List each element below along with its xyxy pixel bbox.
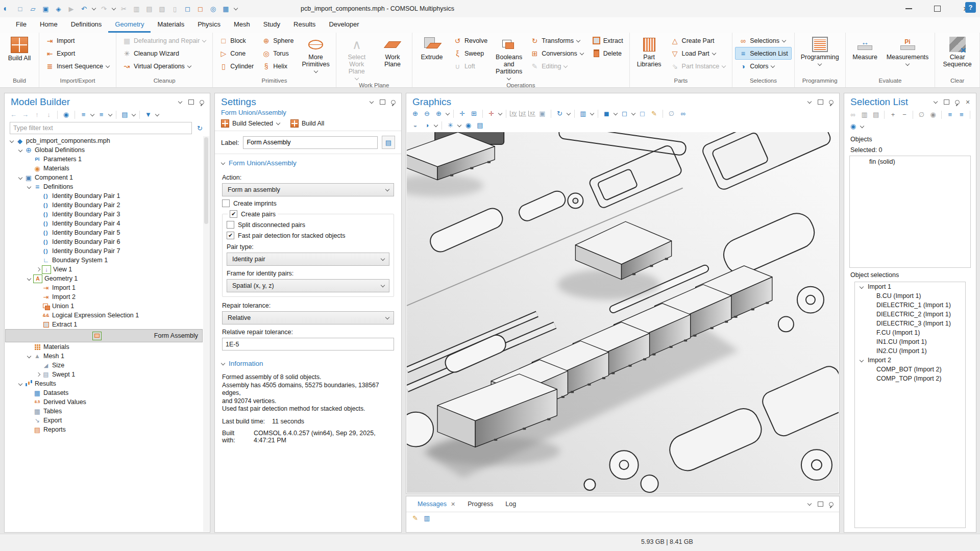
load-part-button[interactable]: ▽Load Part	[667, 47, 730, 60]
tree-item-logical-expression-selection-1[interactable]: Logical Expression Selection 1	[5, 311, 203, 320]
expand-icon[interactable]: ≡	[79, 110, 88, 119]
sl-paste-icon[interactable]: ▤	[871, 110, 880, 119]
cut-icon[interactable]: ✂	[119, 4, 129, 14]
link-icon[interactable]: ∞	[848, 110, 857, 119]
float-panel-icon[interactable]	[379, 99, 385, 105]
chevron-down-icon[interactable]	[457, 123, 461, 128]
part-instance-button[interactable]: ⇘Part Instance	[667, 60, 730, 72]
save-icon[interactable]: ▣	[41, 4, 51, 14]
move-up-icon[interactable]: ↑	[32, 110, 42, 119]
menu-tab-home[interactable]: Home	[33, 17, 64, 33]
tree-twisty-icon[interactable]	[27, 276, 32, 282]
build-all-button[interactable]: Build All	[3, 34, 36, 77]
view-xy-icon[interactable]: xy	[510, 111, 517, 116]
loft-button[interactable]: ∪Loft	[450, 60, 491, 72]
block-button[interactable]: □Block	[215, 34, 257, 47]
open-icon[interactable]: ▱	[28, 4, 38, 14]
tree-item-dielectric-2-import-1-[interactable]: DIELECTRIC_2 (Import 1)	[855, 310, 965, 319]
chevron-down-icon[interactable]	[112, 7, 116, 11]
scene-light-icon[interactable]: ✳	[446, 120, 455, 130]
clear-message-icon[interactable]: ✎	[410, 513, 420, 523]
select-work-plane-button[interactable]: ∧Select Work Plane	[339, 34, 375, 81]
tree-item-derived-values[interactable]: Derived Values	[5, 397, 203, 407]
create-imprints-checkbox[interactable]: Create imprints	[222, 199, 394, 207]
tree-item-comp-bot-import-2-[interactable]: COMP_BOT (Import 2)	[855, 365, 965, 374]
tree-item-identity-boundary-pair-5[interactable]: Identity Boundary Pair 5	[5, 228, 203, 237]
collapse-panel-icon[interactable]	[933, 99, 939, 105]
menu-tab-mesh[interactable]: Mesh	[227, 17, 257, 33]
snapshot-icon[interactable]: ◉	[463, 120, 473, 130]
tree-item-boundary-system-1[interactable]: Boundary System 1	[5, 256, 203, 265]
tree-item-identity-boundary-pair-6[interactable]: Identity Boundary Pair 6	[5, 237, 203, 246]
tree-item-dielectric-1-import-1-[interactable]: DIELECTRIC_1 (Import 1)	[855, 300, 965, 310]
float-panel-icon[interactable]	[817, 501, 823, 507]
model-tree-icon[interactable]: ▤	[120, 110, 130, 119]
msg-window-icon[interactable]: ▥	[422, 513, 432, 523]
tree-item-swept-1[interactable]: Swept 1	[5, 370, 203, 379]
axis-icon[interactable]: ✛	[486, 109, 496, 118]
menu-tab-file[interactable]: File	[9, 17, 33, 33]
graphics-canvas[interactable]	[407, 132, 839, 493]
forward-icon[interactable]: →	[20, 110, 30, 119]
build-selected-chevron-icon[interactable]	[276, 121, 280, 126]
sphere-button[interactable]: ⊕Sphere	[258, 34, 297, 47]
more-primitives-button[interactable]: More Primitives	[298, 34, 333, 77]
fast-pair-detection-checkbox[interactable]: Fast pair detection for stacked objects	[227, 232, 389, 239]
chevron-down-icon[interactable]	[234, 7, 238, 11]
tree-twisty-icon[interactable]	[18, 381, 23, 387]
select-brush-icon[interactable]: ✎	[649, 109, 659, 118]
help-button[interactable]: ?	[965, 2, 976, 13]
select-frame-icon[interactable]: ◻	[183, 4, 192, 14]
collapse-panel-icon[interactable]	[369, 99, 375, 105]
pair-type-select[interactable]: Identity pair	[227, 253, 389, 266]
tab-messages[interactable]: Messages✕	[411, 496, 461, 512]
extrude-button[interactable]: Extrude	[415, 34, 449, 81]
back-icon[interactable]: ←	[9, 110, 18, 119]
tree-item-identity-boundary-pair-4[interactable]: Identity Boundary Pair 4	[5, 219, 203, 228]
tree-item-reports[interactable]: Reports	[5, 425, 203, 434]
tree-item-size[interactable]: Size	[5, 361, 203, 370]
redo-icon[interactable]: ↷	[99, 4, 109, 14]
chevron-down-icon[interactable]	[631, 112, 635, 116]
zoom-out-icon[interactable]: ⊖	[422, 109, 432, 118]
repair-tolerance-select[interactable]: Relative	[222, 311, 394, 324]
float-panel-icon[interactable]	[817, 99, 823, 105]
action-select[interactable]: Form an assembly	[222, 183, 394, 196]
tree-item-datasets[interactable]: Datasets	[5, 388, 203, 397]
print-icon[interactable]: ▤	[475, 120, 485, 130]
menu-tab-developer[interactable]: Developer	[322, 17, 365, 33]
selection-list-button[interactable]: ≡Selection List	[735, 47, 791, 60]
tree-item-import-2[interactable]: Import 2	[855, 356, 965, 365]
tree-item-parameters-1[interactable]: Parameters 1	[5, 155, 203, 164]
view-xz-icon[interactable]: xz	[528, 111, 535, 116]
chevron-down-icon[interactable]	[132, 113, 136, 117]
model-builder-scrollbar[interactable]	[203, 136, 209, 532]
tree-item-in1-cu-import-1-[interactable]: IN1.CU (Import 1)	[855, 337, 965, 346]
clear-sequence-button[interactable]: Clear Sequence	[938, 34, 977, 77]
tree-item-tables[interactable]: Tables	[5, 407, 203, 416]
tree-item-identity-boundary-pair-2[interactable]: Identity Boundary Pair 2	[5, 201, 203, 210]
sweep-button[interactable]: ξSweep	[450, 47, 491, 60]
tree-twisty-icon[interactable]	[27, 354, 32, 359]
pin-panel-icon[interactable]	[828, 501, 834, 507]
extract-button[interactable]: Extract	[589, 34, 627, 47]
chevron-down-icon[interactable]	[155, 113, 159, 117]
tree-item-comp-top-import-2-[interactable]: COMP_TOP (Import 2)	[855, 374, 965, 383]
maximize-button[interactable]	[923, 0, 951, 17]
label-edit-button[interactable]: ▤	[382, 136, 395, 149]
tree-item-export[interactable]: Export	[5, 416, 203, 425]
view-yz-icon[interactable]: yz	[519, 111, 526, 116]
frame-select[interactable]: Spatial (x, y, z)	[227, 279, 389, 292]
tab-progress[interactable]: Progress	[461, 496, 499, 512]
pin-panel-icon[interactable]	[199, 99, 205, 105]
palette-icon[interactable]: ◑	[422, 120, 432, 130]
part-libraries-button[interactable]: Part Libraries	[632, 34, 666, 77]
show-icon[interactable]: ◉	[61, 110, 71, 119]
conversions-button[interactable]: ⊞Conversions	[527, 47, 587, 60]
delete-icon[interactable]: ▯	[170, 4, 180, 14]
center-plus-icon[interactable]: ✛	[457, 109, 467, 118]
tree-item-results[interactable]: Results	[5, 379, 203, 388]
float-panel-icon[interactable]	[943, 99, 949, 105]
select-all-icon[interactable]: ◼	[602, 109, 611, 118]
tree-item-dielectric-3-import-1-[interactable]: DIELECTRIC_3 (Import 1)	[855, 319, 965, 328]
